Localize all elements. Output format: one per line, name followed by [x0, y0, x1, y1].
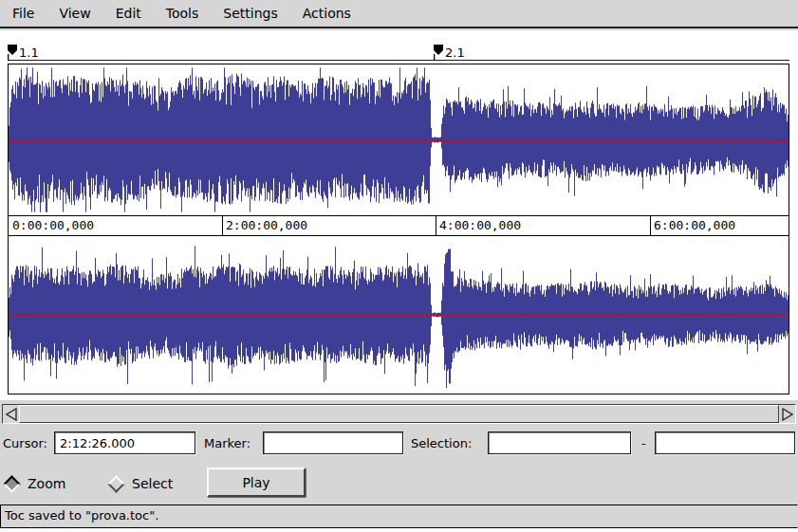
time-tick [222, 216, 223, 235]
zoom-radio-label: Zoom [28, 476, 65, 491]
menu-item-tools[interactable]: Tools [154, 6, 212, 21]
time-tick [650, 216, 651, 235]
status-bar: Toc saved to "prova.toc". [0, 504, 798, 528]
scrollbar-right-arrow[interactable] [779, 405, 795, 423]
time-tick-label: 0:00:00,000 [12, 218, 94, 232]
marker-flag-icon [8, 45, 18, 61]
marker-label: 2.1 [445, 47, 465, 59]
time-tick-label: 6:00:00,000 [654, 218, 735, 232]
time-tick-label: 2:00:00,000 [226, 218, 307, 232]
waveform-panel-bottom [8, 235, 789, 394]
scrollbar-left-arrow[interactable] [3, 405, 19, 423]
marker-ruler: 1.12.1 [8, 44, 789, 61]
select-radio-label: Select [132, 476, 173, 491]
zoom-radio[interactable]: Zoom [6, 468, 65, 499]
status-text: Toc saved to "prova.toc". [5, 508, 158, 523]
play-button[interactable]: Play [207, 468, 306, 497]
waveform-top-canvas[interactable] [9, 64, 789, 215]
waveform-bottom-canvas[interactable] [9, 236, 789, 394]
selection-label: Selection: [411, 431, 472, 455]
time-tick [436, 216, 436, 235]
track-marker[interactable]: 1.1 [8, 45, 39, 61]
marker-label: Marker: [204, 431, 251, 455]
selection-to-input[interactable] [655, 431, 795, 454]
cursor-input[interactable] [54, 431, 195, 454]
menu-item-view[interactable]: View [46, 6, 102, 21]
marker-flag-icon [434, 45, 444, 61]
scrollbar-thumb[interactable] [19, 405, 779, 423]
horizontal-scrollbar[interactable] [2, 404, 796, 424]
waveform-panel-top [8, 64, 789, 216]
select-radio[interactable]: Select [110, 468, 173, 499]
menu-item-file[interactable]: File [0, 6, 46, 21]
track-marker[interactable]: 2.1 [434, 45, 465, 61]
marker-input[interactable] [263, 431, 403, 454]
menu-item-settings[interactable]: Settings [211, 6, 289, 21]
left-arrow-icon [6, 408, 17, 421]
menu-item-edit[interactable]: Edit [103, 6, 154, 21]
marker-label: 1.1 [19, 47, 39, 59]
selection-from-input[interactable] [488, 431, 631, 454]
menu-item-actions[interactable]: Actions [290, 6, 363, 21]
waveform-area: 1.12.1 0:00:00,0002:00:00,0004:00:00,000… [0, 30, 798, 400]
time-tick-label: 4:00:00,000 [439, 218, 521, 232]
radio-diamond-icon [3, 475, 20, 492]
menu-bar: FileViewEditToolsSettingsActions [0, 0, 798, 28]
radio-diamond-icon [107, 475, 124, 492]
audio-editor-window: FileViewEditToolsSettingsActions 1.12.1 … [0, 0, 798, 528]
cursor-label: Cursor: [3, 431, 47, 455]
time-scale: 0:00:00,0002:00:00,0004:00:00,0006:00:00… [8, 216, 789, 235]
selection-dash: - [641, 431, 646, 455]
right-arrow-icon [782, 408, 793, 421]
